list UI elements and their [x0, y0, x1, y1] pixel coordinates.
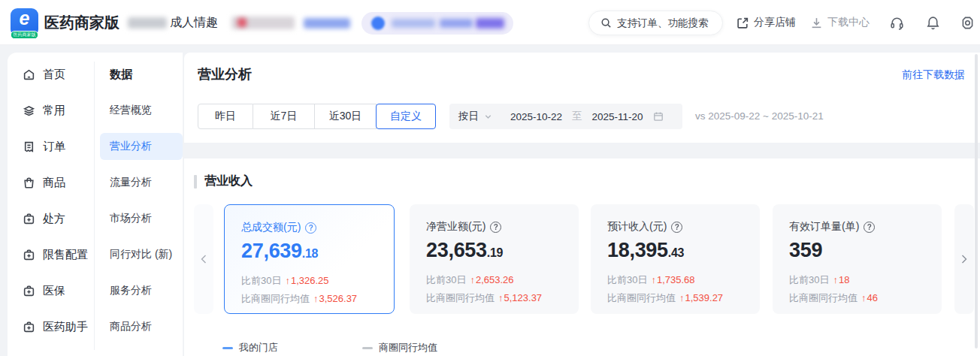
sidebar-item-orders[interactable]: 订单 — [8, 128, 94, 164]
download-center-label: 下载中心 — [827, 16, 870, 29]
share-shop-label: 分享店铺 — [754, 16, 796, 29]
notifications-bell-icon[interactable] — [925, 15, 941, 31]
sidebar-item-label: 常用 — [43, 104, 65, 118]
subnav-item-peer-comparison[interactable]: 同行对比 (新) — [94, 237, 183, 273]
layers-icon — [23, 104, 35, 117]
search-icon — [600, 17, 612, 29]
up-arrow-value: 46 — [861, 292, 878, 303]
vertical-scrollbar[interactable] — [975, 54, 978, 348]
store-category-label: 成人情趣 — [170, 15, 218, 31]
sidebar-item-prescription[interactable]: 处方 — [8, 201, 94, 237]
subnav-header: 数据 — [94, 56, 183, 92]
redacted-store-name-1 — [392, 19, 435, 28]
primary-nav: 首页 常用 订单 商品 处方 限售配置 医保 医药助手 — [8, 56, 94, 345]
range-custom-button[interactable]: 自定义 — [376, 104, 436, 129]
sidebar-item-label: 订单 — [43, 140, 65, 154]
range-yesterday-button[interactable]: 昨日 — [198, 104, 253, 129]
page-header-section: 营业分析 前往下载数据 昨日 近7日 近30日 自定义 按日 2025-10-2… — [184, 53, 980, 143]
help-question-icon[interactable] — [490, 222, 501, 233]
help-question-icon[interactable] — [305, 222, 316, 234]
medical-kit-icon — [23, 249, 35, 261]
redacted-store-name-2 — [440, 19, 473, 28]
medical-kit-icon — [23, 213, 35, 225]
granularity-select[interactable]: 按日 — [458, 110, 479, 123]
section-title: 营业收入 — [204, 173, 253, 189]
subnav-item-business-overview[interactable]: 经营概览 — [94, 92, 183, 128]
up-arrow-value: 2,653.26 — [470, 274, 513, 285]
redacted-store-name-3 — [476, 18, 504, 29]
sidebar-item-label: 医药助手 — [43, 320, 88, 334]
support-headset-icon[interactable] — [889, 15, 905, 31]
metric-card-estimated-income[interactable]: 预计收入(元) 18,395.43 比前30日1,735.68 比商圈同行均值1… — [591, 204, 760, 314]
range-7days-button[interactable]: 近7日 — [253, 104, 315, 129]
vs-peer-row: 比商圈同行均值3,526.37 — [241, 290, 394, 308]
sidebar-item-label: 首页 — [43, 68, 65, 82]
metric-value: 27,639.18 — [241, 240, 394, 263]
up-arrow-value: 1,735.68 — [651, 274, 694, 285]
app-logo[interactable]: e 医药商家版 — [11, 8, 38, 36]
carousel-prev-button[interactable] — [194, 204, 213, 314]
vs-previous-row: 比前30日2,653.26 — [426, 271, 579, 289]
metric-value: 23,653.19 — [426, 239, 579, 262]
download-icon — [810, 17, 823, 29]
logo-badge: 医药商家版 — [11, 31, 38, 39]
redacted-store-link — [304, 18, 350, 29]
help-question-icon[interactable] — [671, 222, 682, 233]
sidebar-item-products[interactable]: 商品 — [8, 164, 94, 201]
metric-card-total-gmv[interactable]: 总成交额(元) 27,639.18 比前30日1,326.25 比商圈同行均值3… — [224, 204, 395, 314]
sidebar-item-common[interactable]: 常用 — [8, 92, 94, 128]
date-to-label: 至 — [572, 110, 582, 123]
start-date-value[interactable]: 2025-10-22 — [510, 111, 562, 122]
search-input[interactable]: 支持订单、功能搜索 — [588, 11, 723, 35]
logo-e-icon: e — [11, 8, 38, 29]
subnav-item-traffic-analysis[interactable]: 流量分析 — [94, 164, 183, 201]
top-bar: e 医药商家版 医药商家版 成人情趣 支持订单、功能搜索 分享店铺 — [0, 0, 980, 45]
carousel-next-button[interactable] — [954, 204, 974, 314]
section-marker — [194, 175, 197, 189]
metric-value: 359 — [789, 239, 942, 262]
end-date-value[interactable]: 2025-11-20 — [592, 111, 643, 122]
legend-peer-average[interactable]: 商圈同行均值 — [362, 341, 437, 354]
subnav-item-business-analysis[interactable]: 营业分析 — [94, 128, 183, 164]
store-avatar — [371, 17, 385, 30]
sidebar-item-sales-restriction[interactable]: 限售配置 — [8, 237, 94, 273]
legend-dash-blue — [222, 347, 233, 349]
download-center-button[interactable]: 下载中心 — [810, 0, 870, 45]
range-30days-button[interactable]: 近30日 — [315, 104, 377, 129]
sidebar-item-pharmacy-assistant[interactable]: 医药助手 — [8, 309, 94, 345]
share-icon — [737, 17, 749, 29]
up-arrow-value: 3,526.37 — [313, 293, 357, 304]
sidebar-item-home[interactable]: 首页 — [8, 56, 94, 92]
store-switcher[interactable] — [361, 12, 513, 35]
up-arrow-value: 5,123.37 — [498, 292, 542, 303]
date-range-segmented-control: 昨日 近7日 近30日 自定义 — [198, 104, 436, 129]
subnav-item-product-analysis[interactable]: 商品分析 — [94, 309, 183, 345]
subnav-item-market-analysis[interactable]: 市场分析 — [94, 201, 183, 237]
app-title: 医药商家版 — [44, 13, 119, 33]
data-subnav: 数据 经营概览 营业分析 流量分析 市场分析 同行对比 (新) 服务分析 商品分… — [94, 56, 183, 345]
share-shop-button[interactable]: 分享店铺 — [737, 0, 796, 45]
medical-kit-icon — [23, 321, 35, 333]
vs-previous-row: 比前30日18 — [789, 271, 942, 289]
help-question-icon[interactable] — [864, 222, 875, 233]
subnav-item-service-analysis[interactable]: 服务分析 — [94, 273, 183, 309]
receipt-icon — [23, 140, 35, 153]
date-picker-control[interactable]: 按日 2025-10-22 至 2025-11-20 — [449, 104, 682, 129]
download-data-link[interactable]: 前往下载数据 — [902, 68, 965, 82]
redacted-status-dot — [237, 18, 247, 27]
legend-my-store[interactable]: 我的门店 — [222, 341, 278, 354]
home-icon — [23, 68, 35, 81]
sidebar-panel: 首页 常用 订单 商品 处方 限售配置 医保 医药助手 — [8, 53, 183, 356]
sidebar-item-label: 医保 — [43, 284, 65, 298]
up-arrow-value: 1,539.27 — [679, 292, 723, 303]
vs-peer-row: 比商圈同行均值1,539.27 — [607, 289, 760, 307]
medical-kit-icon — [23, 285, 35, 297]
chevron-right-icon — [960, 254, 969, 264]
metric-card-net-revenue[interactable]: 净营业额(元) 23,653.19 比前30日2,653.26 比商圈同行均值5… — [410, 204, 579, 314]
metric-value: 18,395.43 — [607, 239, 760, 262]
revenue-section: 营业收入 总成交额(元) 27,639.18 比前30日1,326.25 比商圈… — [184, 158, 980, 356]
sidebar-item-medical-insurance[interactable]: 医保 — [8, 273, 94, 309]
metric-card-valid-orders[interactable]: 有效订单量(单) 359 比前30日18 比商圈同行均值46 — [773, 204, 942, 314]
vs-peer-row: 比商圈同行均值5,123.37 — [426, 289, 579, 307]
settings-gear-icon[interactable] — [960, 15, 975, 31]
